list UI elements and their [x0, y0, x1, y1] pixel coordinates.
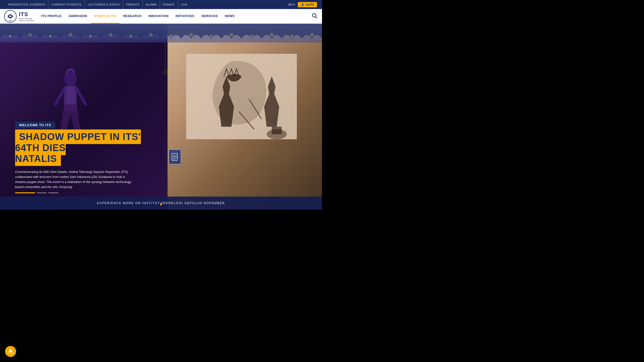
svg-point-12: [109, 33, 113, 37]
svg-line-5: [315, 17, 317, 18]
logo-area[interactable]: ITS ITS Institut TeknologiSepuluh Nopemb…: [3, 10, 38, 23]
top-bar-links: PROSPECTIVE STUDENTS CURRENT STUDENTS LE…: [5, 0, 190, 9]
svg-point-2: [9, 15, 11, 17]
nav-item-innovation[interactable]: INNOVATION: [145, 9, 172, 24]
svg-point-17: [210, 35, 213, 38]
hero-title-block: SHADOW PUPPET IN ITS' 64TH DIES NATALIS: [15, 131, 166, 164]
svg-rect-34: [161, 147, 322, 197]
its-logo-icon: ITS: [4, 10, 17, 23]
slide-indicator-3[interactable]: [48, 192, 58, 193]
svg-point-18: [229, 33, 233, 37]
svg-point-14: [149, 33, 153, 37]
svg-point-11: [89, 35, 92, 38]
logo-subtext: Institut TeknologiSepuluh Nopember: [19, 18, 34, 22]
topbar-link-donate[interactable]: DONATE: [160, 0, 178, 9]
nav-item-news[interactable]: NEWS: [221, 9, 238, 24]
topbar-link-alumni[interactable]: ALUMNI: [143, 0, 160, 9]
topbar-link-lecturers[interactable]: LECTURERS & STAFFS: [85, 0, 123, 9]
logo-its-text: ITS: [19, 11, 34, 18]
hero-content: WELCOME TO ITS SHADOW PUPPET IN ITS' 64T…: [15, 122, 166, 190]
svg-point-15: [170, 35, 173, 38]
nav-item-study-at-its[interactable]: STUDY AT ITS: [91, 9, 119, 24]
search-icon[interactable]: [310, 11, 319, 22]
topbar-link-prospective[interactable]: PROSPECTIVE STUDENTS: [5, 0, 48, 9]
svg-rect-35: [172, 153, 177, 160]
scroll-down-arrow[interactable]: ▼: [159, 202, 163, 207]
svg-point-13: [129, 35, 132, 38]
nav-item-admission[interactable]: ADMISSION: [65, 9, 91, 24]
lamp-bulb: [163, 69, 168, 75]
nav-links: ITS PROFILE ADMISSION STUDY AT ITS RESEA…: [38, 9, 319, 24]
user-icon: 👤: [301, 3, 304, 6]
svg-point-23: [64, 71, 77, 86]
nav-item-services[interactable]: SERVICES: [198, 9, 221, 24]
myits-button[interactable]: 👤 myITS: [298, 2, 317, 7]
nav-item-initiatives[interactable]: INITIATIVES: [172, 9, 198, 24]
svg-line-27: [77, 89, 86, 104]
svg-point-22: [310, 33, 314, 37]
svg-rect-32: [272, 127, 282, 134]
language-selector[interactable]: EN ▾: [289, 3, 295, 6]
hero-title: SHADOW PUPPET IN ITS' 64TH DIES NATALIS: [15, 129, 141, 166]
svg-point-21: [290, 35, 293, 38]
main-navigation: ITS ITS Institut TeknologiSepuluh Nopemb…: [0, 9, 322, 24]
document-icon[interactable]: [169, 149, 181, 164]
topbar-link-current[interactable]: CURRENT STUDENTS: [48, 0, 85, 9]
svg-point-19: [250, 35, 253, 38]
chevron-down-icon: ▾: [293, 3, 295, 6]
svg-point-8: [28, 33, 32, 37]
hero-description: Commemorating its 64th Dies Natalis, Ins…: [15, 169, 136, 190]
hero-bottom-bar: EXPERIENCE MORE ON INSTITUT TEKNOLOGI SE…: [0, 197, 322, 210]
puppet-screen-area: [181, 49, 302, 144]
logo-text-block: ITS Institut TeknologiSepuluh Nopember: [19, 11, 34, 22]
slide-indicators: [15, 192, 58, 193]
slide-indicator-2[interactable]: [37, 192, 47, 193]
lamp-cord: [165, 39, 166, 69]
svg-point-10: [68, 33, 72, 37]
topbar-link-live[interactable]: LIVE: [178, 0, 190, 9]
top-bar: PROSPECTIVE STUDENTS CURRENT STUDENTS LE…: [0, 0, 322, 9]
svg-point-16: [189, 33, 193, 37]
hanging-lamp: [163, 39, 168, 75]
hero-section: WELCOME TO ITS SHADOW PUPPET IN ITS' 64T…: [0, 24, 322, 210]
topbar-link-parents[interactable]: PARENTS: [123, 0, 143, 9]
nav-item-its-profile[interactable]: ITS PROFILE: [38, 9, 65, 24]
svg-point-9: [49, 35, 52, 38]
svg-line-26: [55, 89, 64, 104]
geometric-pattern: [161, 147, 322, 197]
svg-point-20: [270, 33, 274, 37]
logo-box: ITS ITS Institut TeknologiSepuluh Nopemb…: [4, 10, 34, 23]
slide-indicator-1[interactable]: [15, 192, 35, 193]
svg-point-7: [9, 35, 12, 38]
svg-text:ITS: ITS: [9, 20, 12, 22]
its-logo-svg: ITS: [4, 10, 17, 23]
hero-tag: WELCOME TO ITS: [15, 122, 55, 128]
nav-item-research[interactable]: RESEARCH: [120, 9, 145, 24]
top-bar-right: EN ▾ 👤 myITS: [289, 2, 317, 7]
ornament-top-border: [0, 24, 322, 42]
